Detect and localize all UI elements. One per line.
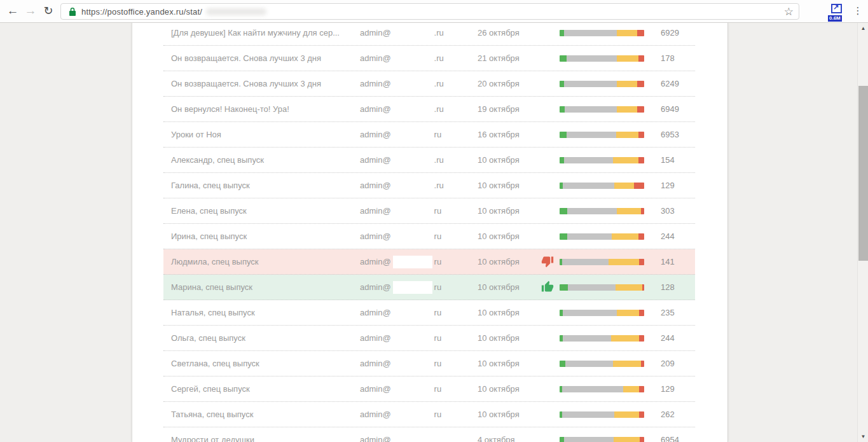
send-date: 10 октября: [478, 308, 541, 317]
email-tld: ru: [434, 130, 442, 139]
browser-toolbar: ← → ↻ https://postoffice.yandex.ru/stat/…: [0, 0, 868, 23]
thumbs-up-icon[interactable]: [541, 280, 554, 293]
table-row[interactable]: Он возвращается. Снова лучших 3 дня admi…: [163, 46, 695, 71]
bar-segment-unread: [564, 157, 613, 163]
sender-email: admin@ ru: [360, 281, 478, 294]
table-row[interactable]: [Для девушек] Как найти мужчину для сер.…: [163, 23, 695, 46]
bar-segment-deleted: [614, 183, 634, 189]
send-date: 10 октября: [478, 282, 541, 292]
table-row[interactable]: Галина, спец выпуск admin@ .ru 10 октябр…: [163, 173, 695, 198]
email-tld: ru: [434, 359, 442, 368]
email-user: admin@: [360, 384, 391, 394]
scroll-up-icon[interactable]: ▲: [858, 23, 868, 34]
bar-segment-unread: [563, 310, 617, 316]
reaction-cell: [541, 432, 560, 442]
table-row[interactable]: Татьяна, спец выпуск admin@ ru 10 октябр…: [163, 402, 695, 427]
bar-segment-spam: [641, 208, 644, 214]
table-row[interactable]: Марина, спец выпуск admin@ ru 10 октября…: [163, 275, 695, 300]
delivery-stats-bar: [560, 361, 644, 367]
delivery-stats-bar: [560, 183, 644, 189]
reaction-cell: [541, 51, 560, 66]
email-tld: .ru: [434, 104, 444, 114]
bar-segment-spam: [639, 386, 644, 392]
campaign-title: Наталья, спец выпуск: [163, 308, 360, 317]
bar-segment-spam: [642, 284, 644, 291]
table-row[interactable]: Ольга, спец выпуск admin@ ru 10 октября …: [163, 326, 695, 351]
table-row[interactable]: Елена, спец выпуск admin@ ru 10 октября …: [163, 198, 695, 224]
bar-segment-deleted: [609, 259, 639, 265]
bar-segment-delivered: [560, 233, 567, 240]
recipients-count: 154: [661, 155, 675, 165]
email-domain-mask: [393, 281, 432, 294]
campaign-title: Людмила, спец выпуск: [163, 257, 360, 266]
page-scrollbar[interactable]: ▲ ▼: [857, 23, 868, 442]
bar-segment-unread: [564, 30, 617, 36]
email-user: admin@: [360, 410, 391, 419]
recipients-count: 141: [661, 257, 675, 266]
reaction-cell: [541, 254, 560, 270]
table-row[interactable]: Александр, спец выпуск admin@ .ru 10 окт…: [163, 148, 695, 173]
delivery-stats-bar: [560, 55, 644, 62]
reaction-cell: [541, 204, 560, 219]
table-row[interactable]: Сергей, спец выпуск admin@ ru 10 октября…: [163, 376, 695, 402]
address-bar[interactable]: https://postoffice.yandex.ru/stat/ ☆: [60, 3, 799, 20]
email-tld: ru: [434, 410, 442, 419]
sender-email: admin@ ru: [360, 357, 478, 370]
scrollbar-thumb[interactable]: [858, 86, 868, 261]
extension-button[interactable]: ↗ 0.6M: [828, 3, 847, 22]
back-icon[interactable]: ←: [4, 0, 22, 23]
table-row[interactable]: Мудрости от дедушки admin@ 4 октября 695…: [163, 427, 695, 442]
email-user: admin@: [360, 231, 391, 241]
email-tld: .ru: [434, 53, 444, 63]
campaign-title: Он возвращается. Снова лучших 3 дня: [163, 53, 360, 63]
campaign-title: Светлана, спец выпуск: [163, 359, 360, 368]
forward-icon[interactable]: →: [22, 0, 39, 23]
reload-icon[interactable]: ↻: [39, 0, 57, 23]
email-domain-mask: [393, 78, 432, 90]
email-tld: ru: [434, 333, 442, 343]
email-user: admin@: [360, 155, 391, 165]
reaction-cell: [541, 305, 560, 321]
bar-segment-spam: [637, 30, 644, 36]
send-date: 10 октября: [478, 231, 541, 241]
reaction-cell: [541, 127, 560, 142]
bar-segment-deleted: [614, 411, 639, 418]
bookmark-star-icon[interactable]: ☆: [784, 5, 794, 18]
send-date: 19 октября: [478, 104, 541, 114]
email-domain-mask: [393, 179, 432, 192]
bar-segment-delivered: [560, 284, 568, 291]
reaction-cell: [541, 229, 560, 244]
send-date: 10 октября: [478, 410, 541, 419]
table-row[interactable]: Людмила, спец выпуск admin@ ru 10 октябр…: [163, 249, 695, 275]
bar-segment-deleted: [613, 361, 641, 367]
table-row[interactable]: Ирина, спец выпуск admin@ ru 10 октября …: [163, 224, 695, 249]
reaction-cell: [541, 356, 560, 371]
bar-segment-unread: [562, 259, 609, 265]
bar-segment-deleted: [623, 386, 639, 392]
bar-segment-unread: [562, 386, 623, 392]
browser-menu-icon[interactable]: ⋮: [849, 0, 867, 23]
delivery-stats-bar: [560, 132, 644, 138]
table-row[interactable]: Наталья, спец выпуск admin@ ru 10 октябр…: [163, 300, 695, 326]
email-tld: ru: [434, 384, 442, 394]
sender-email: admin@ .ru: [360, 154, 478, 167]
table-row[interactable]: Светлана, спец выпуск admin@ ru 10 октяб…: [163, 351, 695, 376]
email-domain-mask: [393, 205, 432, 218]
table-row[interactable]: Он вернулся! Наконец-то! Ура! admin@ .ru…: [163, 97, 695, 122]
recipients-count: 128: [661, 282, 675, 292]
sender-email: admin@ ru: [360, 230, 478, 243]
recipients-count: 244: [661, 231, 675, 241]
table-row[interactable]: Он возвращается. Снова лучших 3 дня admi…: [163, 71, 695, 97]
table-row[interactable]: Уроки от Ноя admin@ ru 16 октября 6953: [163, 122, 695, 148]
sender-email: admin@ ru: [360, 383, 478, 396]
bar-segment-delivered: [560, 361, 565, 367]
bar-segment-delivered: [560, 55, 567, 62]
stats-card: [Для девушек] Как найти мужчину для сер.…: [132, 23, 728, 442]
email-domain-mask: [393, 383, 432, 396]
campaign-title: Уроки от Ноя: [163, 130, 360, 139]
reaction-cell: [541, 280, 560, 295]
scroll-down-icon[interactable]: ▼: [858, 431, 868, 442]
bar-segment-deleted: [617, 310, 639, 316]
bar-segment-deleted: [617, 30, 637, 36]
thumbs-down-icon[interactable]: [541, 255, 554, 268]
